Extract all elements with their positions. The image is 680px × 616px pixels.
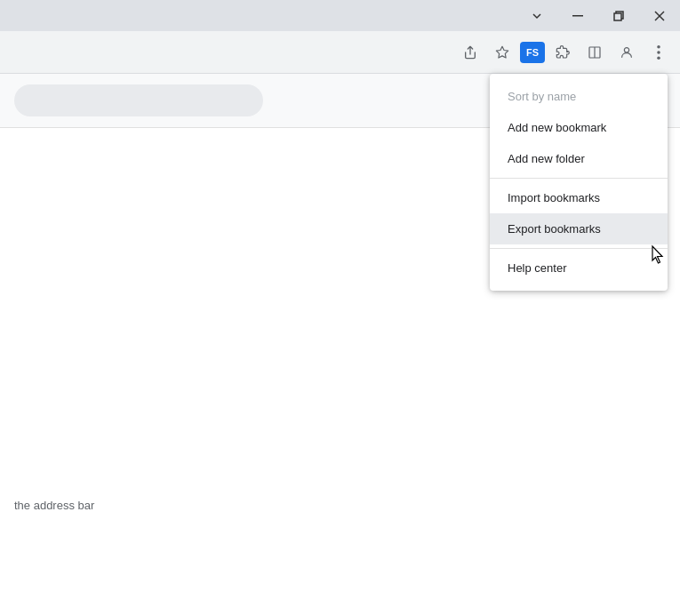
- more-icon: [657, 45, 660, 60]
- menu-item-add-folder[interactable]: Add new folder: [490, 143, 668, 174]
- dropdown-menu: Sort by name Add new bookmark Add new fo…: [490, 74, 668, 291]
- share-button[interactable]: [456, 38, 484, 67]
- title-bar: [0, 0, 680, 31]
- puzzle-icon: [556, 45, 570, 60]
- svg-point-8: [657, 51, 660, 54]
- svg-point-9: [657, 56, 660, 60]
- more-button[interactable]: [644, 38, 673, 67]
- svg-rect-0: [572, 15, 583, 17]
- bookmark-button[interactable]: [488, 38, 516, 67]
- close-button[interactable]: [639, 0, 680, 31]
- menu-item-export-bookmarks[interactable]: Export bookmarks: [490, 213, 668, 244]
- menu-item-help-center[interactable]: Help center: [490, 252, 668, 284]
- menu-item-import-bookmarks[interactable]: Import bookmarks: [490, 182, 668, 213]
- minimize-icon: [572, 15, 583, 17]
- star-icon: [495, 45, 509, 60]
- search-bar: [14, 84, 263, 116]
- restore-button[interactable]: [598, 0, 639, 31]
- title-bar-controls: [516, 0, 680, 31]
- collapse-button[interactable]: [516, 0, 557, 31]
- menu-divider-2: [490, 248, 668, 249]
- extensions-button[interactable]: [548, 38, 577, 67]
- menu-item-add-bookmark[interactable]: Add new bookmark: [490, 112, 668, 143]
- layout-icon: [588, 45, 602, 60]
- hint-text: the address bar: [0, 492, 108, 519]
- close-icon: [654, 11, 665, 21]
- menu-divider-1: [490, 178, 668, 179]
- svg-point-7: [657, 45, 660, 49]
- menu-item-sort-by-name[interactable]: Sort by name: [490, 81, 668, 112]
- fs-button[interactable]: FS: [520, 42, 545, 63]
- toolbar: FS: [0, 31, 680, 74]
- restore-icon: [613, 11, 624, 21]
- fs-label: FS: [526, 47, 539, 58]
- profile-icon: [620, 45, 634, 60]
- minimize-button[interactable]: [557, 0, 598, 31]
- share-icon: [463, 45, 477, 60]
- layout-button[interactable]: [580, 38, 609, 67]
- profile-button[interactable]: [612, 38, 641, 67]
- svg-rect-1: [614, 13, 621, 20]
- collapse-icon: [532, 11, 542, 21]
- svg-point-6: [624, 47, 628, 52]
